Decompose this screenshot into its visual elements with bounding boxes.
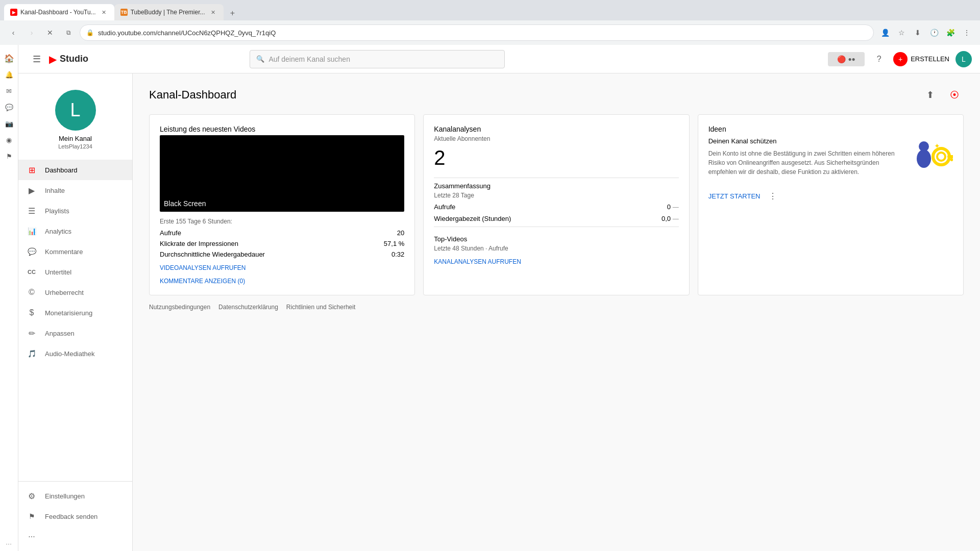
card-divider [434, 178, 678, 178]
extensions-nav-button[interactable]: 🧩 [943, 26, 958, 40]
nav-item-inhalte[interactable]: ▶ Inhalte [18, 180, 132, 201]
nav-label-inhalte: Inhalte [45, 187, 65, 194]
new-tab-button[interactable]: + [226, 6, 240, 20]
nav-item-feedback[interactable]: ⚑ Feedback senden [18, 506, 132, 527]
nav-item-einstellungen[interactable]: ⚙ Einstellungen [18, 486, 132, 506]
nav-label-feedback: Feedback senden [45, 513, 97, 520]
channel-avatar[interactable]: L [55, 90, 96, 131]
analytics-icon: 📊 [27, 227, 37, 235]
top-bar-right: 🔴 ●● ? + ERSTELLEN L [828, 51, 972, 67]
top-bar: ☰ ▶ Studio 🔍 🔴 ●● ? + ERSTELLEN [18, 45, 980, 73]
bell-icon[interactable]: 🔔 [2, 67, 16, 82]
page-title: Kanal-Dashboard [149, 88, 236, 102]
nav-item-playlists[interactable]: ☰ Playlists [18, 201, 132, 221]
create-button[interactable]: + ERSTELLEN [893, 52, 949, 66]
more-options-button[interactable]: ⋮ [960, 26, 974, 40]
monetarisierung-icon: $ [27, 308, 37, 317]
nav-label-urheberrecht: Urheberrecht [45, 289, 84, 296]
upload-button[interactable]: ⬆ [921, 86, 939, 104]
bookmark-button[interactable]: ☆ [894, 26, 909, 40]
history-button[interactable]: 🕐 [927, 26, 941, 40]
analytics-values-wiedergabe: 0,0 — [662, 215, 679, 222]
nav-item-monetarisierung[interactable]: $ Monetarisierung [18, 303, 132, 323]
ideen-more-button[interactable]: ⋮ [769, 191, 777, 201]
flag-icon[interactable]: ⚑ [2, 149, 16, 163]
nav-item-urheberrecht[interactable]: © Urheberrecht [18, 282, 132, 303]
create-plus-icon: + [893, 52, 908, 66]
search-container: 🔍 [250, 50, 505, 68]
tab-bar: ▶ Kanal-Dashboard - YouTu... ✕ TB TubeBu… [0, 0, 980, 20]
analytics-label-wiedergabe: Wiedergabezeit (Stunden) [434, 215, 511, 222]
camera-icon[interactable]: 📷 [2, 116, 16, 131]
stat-row-wiedergabe: Durchschnittliche Wiedergabedauer 0:32 [160, 251, 404, 258]
nav-item-anpassen[interactable]: ✏ Anpassen [18, 323, 132, 343]
untertitel-icon: CC [27, 269, 37, 275]
downloads-button[interactable]: ⬇ [911, 26, 925, 40]
video-thumbnail[interactable]: Black Screen [160, 135, 404, 212]
ideen-card: Ideen Deinen Kanal schützen Dein Konto i… [698, 114, 964, 295]
tab-2[interactable]: TB TubeBuddy | The Premier... ✕ [114, 4, 224, 20]
stat-value-aufrufe: 20 [397, 229, 404, 237]
feedback-icon: ⚑ [27, 512, 37, 520]
search-icon: 🔍 [256, 55, 264, 63]
chat-icon[interactable]: 💬 [2, 100, 16, 114]
kommentare-link[interactable]: KOMMENTARE ANZEIGEN (0) [160, 278, 404, 285]
channel-name: Mein Kanal [18, 135, 132, 142]
live-button[interactable]: ⦿ [945, 86, 964, 104]
analytics-row-wiedergabe: Wiedergabezeit (Stunden) 0,0 — [434, 215, 678, 222]
notifications-button[interactable]: 🔴 ●● [828, 52, 865, 66]
home-icon[interactable]: 🏠 [2, 51, 16, 65]
stat-value-klickrate: 57,1 % [384, 240, 404, 247]
tab-1[interactable]: ▶ Kanal-Dashboard - YouTu... ✕ [4, 4, 114, 20]
security-illustration: ✦ [910, 137, 953, 183]
studio-text: Studio [60, 54, 88, 64]
circle-icon[interactable]: ◉ [2, 133, 16, 147]
content-area: L Mein Kanal LetsPlay1234 ⊞ Dashboard ▶ … [18, 73, 980, 551]
nav-item-analytics[interactable]: 📊 Analytics [18, 221, 132, 241]
create-label: ERSTELLEN [911, 55, 949, 63]
analytics-values-aufrufe: 0 — [667, 203, 679, 211]
audio-icon: 🎵 [27, 349, 37, 358]
search-input[interactable] [268, 55, 498, 63]
kanalanalysen-card: Kanalanalysen Aktuelle Abonnenten 2 Zusa… [423, 114, 689, 295]
mail-icon[interactable]: ✉ [2, 84, 16, 98]
nav-item-untertitel[interactable]: CC Untertitel [18, 262, 132, 282]
nav-item-audio[interactable]: 🎵 Audio-Mediathek [18, 343, 132, 364]
stat-value-wiedergabe: 0:32 [391, 251, 404, 258]
ideen-content: Deinen Kanal schützen Dein Konto ist ohn… [708, 137, 953, 183]
tab-2-close[interactable]: ✕ [209, 8, 217, 16]
nav-item-dashboard[interactable]: ⊞ Dashboard [18, 160, 132, 180]
channel-info: L Mein Kanal LetsPlay1234 [18, 73, 132, 160]
anpassen-icon: ✏ [27, 329, 37, 338]
kanalanalysen-title: Kanalanalysen [434, 125, 678, 133]
videoanalysen-link[interactable]: VIDEOANALYSEN AUFRUFEN [160, 264, 404, 271]
zusammenfassung-title: Zusammenfassung [434, 182, 678, 190]
refresh-button[interactable]: ✕ [43, 26, 57, 40]
dots-icon[interactable]: ··· [2, 537, 16, 551]
forward-button[interactable]: › [24, 26, 39, 40]
search-bar[interactable]: 🔍 [250, 50, 505, 68]
subscribers-count: 2 [434, 146, 678, 169]
nav-item-more-bottom[interactable]: ··· [18, 527, 132, 547]
jetzt-starten-button[interactable]: JETZT STARTEN [708, 192, 761, 200]
kanalanalysen-link[interactable]: KANALANALYSEN AUFRUFEN [434, 258, 678, 265]
svg-point-2 [933, 148, 949, 165]
footer-richtlinien[interactable]: Richtlinien und Sicherheit [286, 304, 355, 311]
extensions-button[interactable]: ⧉ [61, 26, 76, 40]
tab-1-close[interactable]: ✕ [100, 8, 108, 16]
subscribers-label: Aktuelle Abonnenten [434, 135, 678, 142]
user-profile-nav-button[interactable]: 👤 [878, 26, 892, 40]
help-button[interactable]: ? [871, 51, 887, 67]
nav-item-kommentare[interactable]: 💬 Kommentare [18, 241, 132, 262]
analytics-label-aufrufe: Aufrufe [434, 203, 455, 211]
back-button[interactable]: ‹ [6, 26, 20, 40]
tab-1-favicon: ▶ [10, 9, 17, 16]
address-bar[interactable]: 🔒 studio.youtube.com/channel/UCocN6zQPHQ… [80, 24, 874, 41]
hamburger-button[interactable]: ☰ [27, 49, 47, 69]
stat-label-wiedergabe: Durchschnittliche Wiedergabedauer [160, 251, 265, 258]
footer-nutzungsbedingungen[interactable]: Nutzungsbedingungen [149, 304, 210, 311]
svg-rect-4 [947, 155, 953, 158]
footer-datenschutz[interactable]: Datenschutzerklärung [218, 304, 278, 311]
yt-studio-logo: ▶ Studio [49, 53, 88, 65]
account-avatar[interactable]: L [955, 51, 972, 67]
